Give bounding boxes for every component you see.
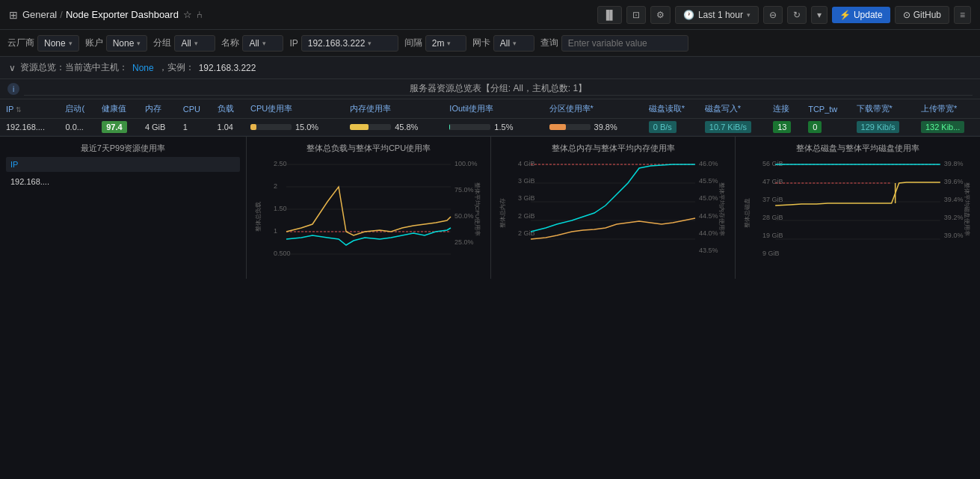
col-disk-write: 磁盘写入* — [699, 99, 767, 119]
sort-icon: ⇅ — [16, 106, 22, 114]
vendor-value: None — [44, 38, 66, 49]
breadcrumb-prefix: General — [22, 9, 57, 20]
svg-text:46.0%: 46.0% — [699, 160, 718, 167]
host-none: None — [132, 63, 154, 73]
cell-connections: 13 — [767, 119, 802, 136]
chart-load-cpu: 整体总负载与整体平均CPU使用率 2.50 2 1.50 1 0.500 100… — [247, 137, 491, 279]
zoom-out-btn[interactable]: ⊖ — [763, 6, 783, 24]
chart3-title: 整体总磁盘与整体平均磁盘使用率 — [742, 143, 974, 154]
col-mem-usage: 内存使用率 — [344, 99, 443, 119]
cell-cpu-usage: 15.0% — [244, 119, 344, 136]
ip-dropdown[interactable]: 192.168.3.222 ▾ — [301, 35, 398, 52]
resource-table: IP ⇅ 启动( 健康值 内存 CPU 负载 CPU使用率 内存使用率 IOut… — [0, 99, 980, 136]
svg-text:100.0%: 100.0% — [454, 160, 478, 167]
ip-list-item[interactable]: 192.168.... — [6, 175, 240, 188]
cell-download: 129 Kib/s — [851, 119, 915, 136]
name-dropdown[interactable]: All ▾ — [242, 35, 283, 52]
chevron-more-icon: ▾ — [817, 10, 822, 20]
tcp-tw-badge: 0 — [808, 121, 822, 133]
account-label: 账户 — [85, 37, 103, 49]
svg-text:19 GiB: 19 GiB — [762, 232, 783, 239]
bar-chart-btn[interactable]: ▐▌ — [597, 6, 622, 24]
clock-icon: 🕐 — [683, 10, 694, 20]
chevron-icon: ▾ — [69, 40, 73, 47]
cell-ip: 192.168.... — [0, 119, 59, 136]
chart2-title: 整体总内存与整体平均内存使用率 — [497, 143, 729, 154]
svg-text:4 GiB: 4 GiB — [518, 160, 535, 167]
refresh-more-btn[interactable]: ▾ — [811, 6, 828, 24]
col-load: 负载 — [212, 99, 244, 119]
svg-text:43.5%: 43.5% — [699, 247, 718, 254]
group-dropdown[interactable]: All ▾ — [174, 35, 215, 52]
query-var: 查询 — [540, 35, 688, 52]
github-button[interactable]: ⊙ GitHub — [895, 6, 949, 24]
svg-text:2 GiB: 2 GiB — [518, 229, 535, 237]
svg-text:45.0%: 45.0% — [699, 194, 718, 202]
ip-label: IP — [289, 38, 298, 49]
name-value: All — [249, 38, 259, 49]
nic-label: 网卡 — [472, 37, 490, 49]
nic-var: 网卡 All ▾ — [472, 35, 534, 52]
gear-icon: ⚙ — [656, 10, 665, 20]
col-connections: 连接 — [767, 99, 802, 119]
disk-read-badge: 0 B/s — [649, 121, 677, 133]
nic-dropdown[interactable]: All ▾ — [493, 35, 534, 52]
col-ip: IP ⇅ — [0, 99, 59, 119]
col-health: 健康值 — [96, 99, 139, 119]
chart2-area: 4 GiB 3 GiB 3 GiB 2 GiB 2 GiB 46.0% 45.5… — [497, 157, 729, 273]
group-label: 分组 — [153, 37, 171, 49]
account-dropdown[interactable]: None ▾ — [106, 35, 148, 52]
col-io-usage: IOutil使用率 — [443, 99, 543, 119]
chart1-area: 2.50 2 1.50 1 0.500 100.0% 75.0% 50.0% 2… — [253, 157, 484, 273]
github-icon: ⊙ — [903, 10, 910, 20]
cell-health: 97.4 — [96, 119, 139, 136]
chevron-down-icon: ▾ — [747, 11, 751, 19]
query-label: 查询 — [540, 37, 558, 49]
col-memory: 内存 — [139, 99, 177, 119]
refresh-btn[interactable]: ↻ — [787, 6, 807, 24]
svg-text:3 GiB: 3 GiB — [518, 177, 535, 185]
chart3-area: 56 GiB 47 GiB 37 GiB 28 GiB 19 GiB 9 GiB… — [742, 157, 974, 273]
table-title: 服务器资源总览表【分组: All，主机总数: 1】 — [24, 82, 973, 96]
svg-text:整体总磁盘: 整体总磁盘 — [744, 198, 751, 228]
svg-text:整体平均CPU使用率: 整体平均CPU使用率 — [474, 182, 481, 237]
svg-text:2 GiB: 2 GiB — [518, 212, 535, 220]
star-icon[interactable]: ☆ — [183, 9, 192, 20]
chevron-icon: ▾ — [447, 40, 451, 47]
download-badge: 129 Kib/s — [857, 121, 900, 133]
breadcrumb-current: Node Exporter Dashboard — [66, 9, 179, 20]
time-range-button[interactable]: 🕐 Last 1 hour ▾ — [675, 6, 759, 24]
svg-text:28 GiB: 28 GiB — [762, 214, 783, 221]
hamburger-btn[interactable]: ≡ — [954, 6, 971, 24]
name-var: 名称 All ▾ — [221, 35, 283, 52]
nav-right: ▐▌ ⊡ ⚙ 🕐 Last 1 hour ▾ ⊖ ↻ ▾ ⚡ Update ⊙ … — [597, 6, 971, 24]
cell-memory: 4 GiB — [139, 119, 177, 136]
svg-text:2: 2 — [274, 182, 277, 190]
chevron-icon: ▾ — [262, 40, 266, 47]
bar-chart-icon: ▐▌ — [603, 10, 616, 20]
svg-text:25.0%: 25.0% — [454, 238, 474, 246]
breadcrumb: General / Node Exporter Dashboard — [22, 9, 179, 20]
disk-write-badge: 10.7 KiB/s — [705, 121, 751, 133]
svg-text:44.0%: 44.0% — [699, 229, 718, 237]
interval-dropdown[interactable]: 2m ▾ — [425, 35, 466, 52]
account-var: 账户 None ▾ — [85, 35, 148, 52]
col-uptime: 启动( — [59, 99, 96, 119]
expand-icon[interactable]: ∨ — [9, 63, 16, 73]
health-badge: 97.4 — [102, 121, 126, 133]
svg-text:整体平均内存使用率: 整体平均内存使用率 — [718, 182, 725, 236]
svg-text:2.50: 2.50 — [274, 160, 287, 167]
svg-text:整体平均磁盘使用率: 整体平均磁盘使用率 — [964, 182, 970, 236]
cell-disk-write: 10.7 KiB/s — [699, 119, 767, 136]
svg-text:39.8%: 39.8% — [944, 160, 964, 167]
nic-value: All — [500, 38, 510, 49]
cell-disk-read: 0 B/s — [643, 119, 699, 136]
col-cpu: CPU — [177, 99, 212, 119]
vendor-dropdown[interactable]: None ▾ — [37, 35, 79, 52]
settings-btn[interactable]: ⚙ — [650, 6, 671, 24]
camera-btn[interactable]: ⊡ — [626, 6, 646, 24]
update-button[interactable]: ⚡ Update — [832, 7, 890, 23]
query-input[interactable] — [561, 35, 688, 52]
col-tcp-tw: TCP_tw — [802, 99, 850, 119]
share-icon[interactable]: ⑃ — [197, 9, 203, 20]
